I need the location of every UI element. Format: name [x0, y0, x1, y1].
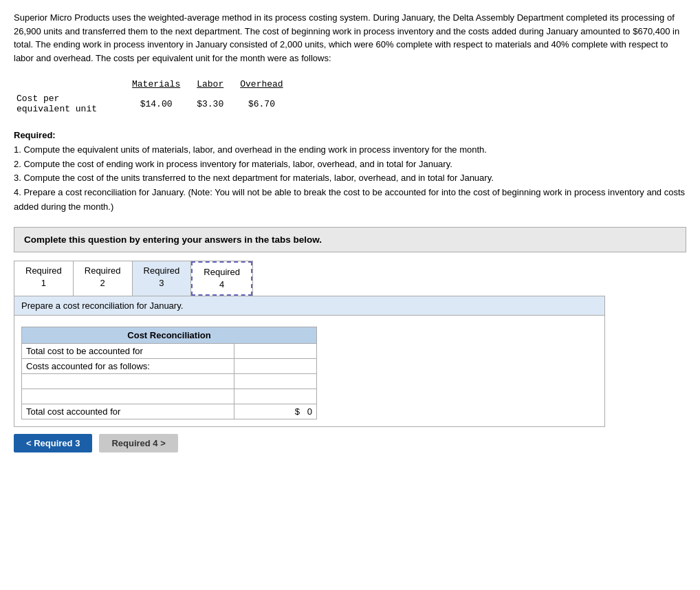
required-item-2: 2. Compute the cost of ending work in pr… [14, 157, 686, 172]
intro-text: Superior Micro Products uses the weighte… [14, 11, 686, 65]
row-4-input[interactable] [239, 391, 312, 402]
row-3-input[interactable] [239, 376, 312, 386]
row-1-label: Total cost to be accounted for [22, 344, 234, 359]
forward-required-4-button[interactable]: Required 4 > [99, 434, 177, 452]
row-2-input-cell[interactable] [234, 359, 317, 374]
labor-header: Labor [188, 77, 232, 91]
tab-content-box: Prepare a cost reconciliation for Januar… [14, 296, 605, 427]
required-section: Required: 1. Compute the equivalent unit… [14, 129, 686, 215]
row-4-input-cell[interactable] [234, 389, 317, 404]
materials-header: Materials [124, 77, 188, 91]
table-row [22, 374, 317, 389]
row-3-label-input[interactable] [26, 376, 230, 386]
required-item-1: 1. Compute the equivalent units of mater… [14, 143, 686, 157]
required-label: Required: [14, 130, 56, 140]
cost-table: Materials Labor Overhead Cost perequival… [14, 77, 292, 116]
table-row: Total cost to be accounted for [22, 344, 317, 359]
row-2-label: Costs accounted for as follows: [22, 359, 234, 374]
row-3-input-cell[interactable] [234, 374, 317, 389]
cost-reconciliation-header: Cost Reconciliation [22, 327, 317, 344]
overhead-value: $6.70 [232, 91, 291, 116]
cost-reconciliation-area: Cost Reconciliation Total cost to be acc… [14, 316, 604, 426]
tabs-row: Required1 Required2 Required3 Required4 [14, 261, 253, 296]
nav-buttons: < Required 3 Required 4 > [14, 434, 686, 452]
total-label: Total cost accounted for [22, 404, 234, 419]
tab-required-2[interactable]: Required2 [74, 261, 133, 296]
back-required-3-button[interactable]: < Required 3 [14, 434, 92, 452]
row-4-label-input[interactable] [26, 391, 230, 402]
required-item-3: 3. Compute the cost of the units transfe… [14, 171, 686, 186]
row-1-input[interactable] [239, 346, 312, 356]
overhead-header: Overhead [232, 77, 291, 91]
materials-value: $14.00 [124, 91, 188, 116]
total-value: 0 [307, 406, 312, 417]
cost-per-unit-label: Cost perequivalent unit [14, 91, 124, 116]
row-4-label [22, 389, 234, 404]
row-2-input[interactable] [239, 361, 312, 371]
total-row: Total cost accounted for $ 0 [22, 404, 317, 419]
tab-required-1[interactable]: Required1 [14, 261, 74, 296]
complete-instruction-text: Complete this question by entering your … [24, 234, 322, 245]
cost-reconciliation-table: Cost Reconciliation Total cost to be acc… [21, 327, 317, 419]
dollar-sign: $ [295, 406, 300, 417]
required-item-4: 4. Prepare a cost reconciliation for Jan… [14, 186, 686, 215]
table-row: Costs accounted for as follows: [22, 359, 317, 374]
tab-required-4[interactable]: Required4 [191, 261, 252, 296]
complete-instruction-box: Complete this question by entering your … [14, 227, 686, 252]
table-row [22, 389, 317, 404]
labor-value: $3.30 [188, 91, 232, 116]
tab-required-3[interactable]: Required3 [133, 261, 192, 296]
row-3-label [22, 374, 234, 389]
row-1-input-cell[interactable] [234, 344, 317, 359]
tab-instruction: Prepare a cost reconciliation for Januar… [14, 296, 604, 316]
total-value-cell: $ 0 [234, 404, 317, 419]
